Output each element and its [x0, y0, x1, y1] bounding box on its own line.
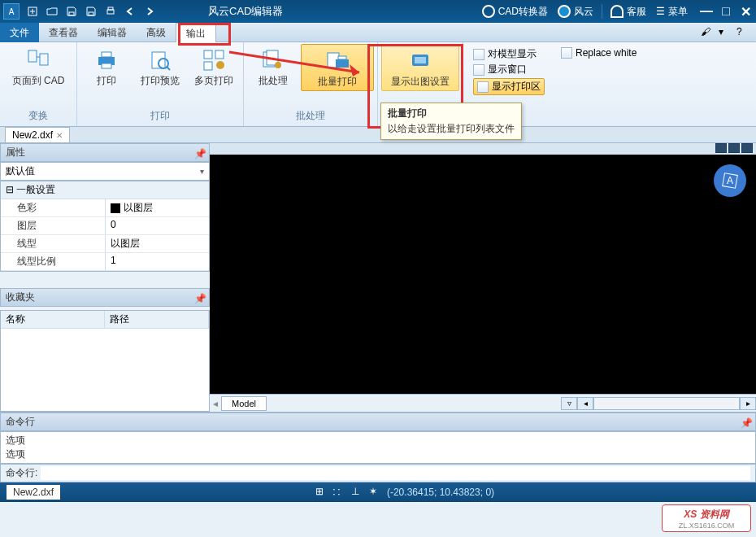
chevron-down-icon: ▾ — [200, 167, 204, 176]
table-row[interactable]: 线型比例1 — [1, 253, 209, 271]
properties-header: 属性 📌 — [0, 143, 210, 162]
favorites-area: 名称 路径 — [0, 310, 210, 412]
page-to-cad-button[interactable]: 页面到 CAD — [3, 44, 73, 90]
tab-viewer[interactable]: 查看器 — [39, 23, 88, 42]
help-icon[interactable]: ? — [736, 26, 749, 39]
command-header: 命令行 📌 — [0, 413, 756, 431]
canvas-min-button[interactable] — [715, 143, 727, 153]
canvas-max-button[interactable] — [728, 143, 740, 153]
tab-advanced[interactable]: 高级 — [137, 23, 176, 42]
print-button[interactable]: 打印 — [80, 44, 133, 90]
svg-rect-6 — [108, 7, 113, 10]
svg-rect-7 — [28, 50, 37, 62]
cad-converter-button[interactable]: CAD转换器 — [482, 5, 548, 19]
print-icon[interactable] — [103, 4, 118, 19]
status-polar-icon[interactable]: ✶ — [369, 486, 382, 499]
model-tab[interactable]: Model — [221, 396, 267, 411]
canvas-window-controls — [210, 143, 756, 155]
open-icon[interactable] — [45, 4, 59, 19]
ribbon-group-convert: 页面到 CAD 变换 — [0, 42, 77, 126]
status-file: New2.dxf — [7, 485, 60, 500]
pin-icon[interactable]: 📌 — [741, 417, 750, 427]
svg-line-14 — [167, 67, 170, 70]
drawing-canvas[interactable]: A — [210, 155, 756, 394]
table-row[interactable]: 图层0 — [1, 217, 209, 235]
batch-process-button[interactable]: 批处理 — [247, 44, 299, 90]
menu-button[interactable]: ☰菜单 — [656, 5, 688, 19]
batch-icon — [260, 47, 286, 73]
close-tab-icon[interactable]: ✕ — [56, 131, 63, 140]
svg-rect-17 — [204, 62, 212, 70]
svg-rect-10 — [102, 52, 111, 57]
save-icon[interactable] — [64, 4, 79, 19]
new-icon[interactable] — [25, 4, 40, 19]
tooltip: 批量打印 以给走设置批量打印列表文件 — [380, 103, 522, 140]
svg-rect-8 — [40, 54, 48, 65]
table-row[interactable]: 色彩以图层 — [1, 199, 209, 217]
tab-editor[interactable]: 编辑器 — [88, 23, 137, 42]
status-snap-icon[interactable]: ⸬ — [333, 486, 346, 499]
command-panel: 命令行 📌 选项 选项 命令行: — [0, 412, 756, 482]
pin-icon[interactable]: 📌 — [194, 293, 204, 303]
multipage-print-button[interactable]: 多页打印 — [188, 44, 240, 90]
scroll-left-button[interactable]: ◂ — [577, 397, 593, 410]
model-display-check[interactable]: 对模型显示 — [473, 47, 545, 61]
app-logo: A — [3, 3, 20, 20]
close-button[interactable]: ✕ — [738, 5, 753, 18]
default-combo[interactable]: 默认值 ▾ — [0, 162, 210, 181]
canvas-close-button[interactable] — [741, 143, 753, 153]
status-ortho-icon[interactable]: ⊥ — [351, 486, 364, 499]
print-preview-button[interactable]: 打印预览 — [134, 44, 186, 90]
svg-rect-3 — [69, 12, 74, 15]
status-grid-icon[interactable]: ⊞ — [315, 486, 328, 499]
dropdown-icon[interactable]: ▾ — [719, 26, 732, 39]
brush-icon[interactable]: 🖌 — [701, 26, 714, 39]
file-tab[interactable]: New2.dxf ✕ — [5, 127, 70, 142]
watermark: XS 资料网 ZL.XS1616.COM — [662, 504, 751, 532]
command-output: 选项 选项 — [0, 431, 756, 464]
printer-icon — [93, 47, 119, 73]
svg-rect-23 — [336, 59, 349, 68]
titlebar: A 风云CAD编辑器 CAD转换器 风云 客服 ☰菜单 — □ ✕ — [0, 0, 756, 23]
fengyun-button[interactable]: 风云 — [558, 5, 593, 19]
pin-icon[interactable]: 📌 — [194, 148, 204, 158]
undo-icon[interactable] — [123, 4, 137, 19]
batch-print-icon — [324, 48, 350, 74]
scroll-track[interactable] — [593, 397, 740, 410]
model-tab-bar: ◂ Model ▿ ◂ ▸ — [210, 394, 756, 412]
redo-icon[interactable] — [142, 4, 157, 19]
tab-output[interactable]: 输出 — [176, 23, 216, 42]
prop-section[interactable]: ⊟ 一般设置 — [1, 181, 209, 199]
batch-print-button[interactable]: 批量打印 — [301, 44, 374, 91]
replace-white-check[interactable]: Replace white — [561, 47, 637, 59]
table-row[interactable]: 线型以图层 — [1, 235, 209, 253]
command-input[interactable] — [41, 466, 750, 480]
page-to-cad-icon — [25, 47, 51, 73]
svg-rect-4 — [89, 12, 93, 15]
ribbon-group-batch: 批处理 批量打印 批处理 — [244, 42, 378, 126]
show-print-area-check[interactable]: 显示打印区 — [473, 78, 545, 95]
scroll-right-button[interactable]: ▸ — [740, 397, 756, 410]
svg-rect-24 — [338, 56, 346, 59]
multipage-icon — [201, 47, 227, 73]
preview-icon — [147, 47, 173, 73]
favorites-columns: 名称 路径 — [1, 311, 209, 329]
scroll-opts-icon[interactable]: ▿ — [561, 397, 577, 410]
saveas-icon[interactable] — [84, 4, 98, 19]
maximize-button[interactable]: □ — [719, 5, 733, 18]
minimize-button[interactable]: — — [699, 5, 714, 18]
view-compass-icon[interactable]: A — [714, 164, 746, 197]
plot-settings-icon — [407, 48, 433, 74]
show-window-check[interactable]: 显示窗口 — [473, 63, 545, 76]
plot-settings-button[interactable]: 显示出图设置 — [381, 44, 459, 91]
app-title: 风云CAD编辑器 — [159, 4, 477, 19]
menu-tabs: 文件 查看器 编辑器 高级 输出 🖌 ▾ ? — [0, 23, 756, 42]
ribbon-group-print: 打印 打印预览 多页打印 打印 — [77, 42, 244, 126]
support-button[interactable]: 客服 — [610, 5, 646, 19]
svg-text:A: A — [727, 175, 733, 186]
canvas-area: A ◂ Model ▿ ◂ ▸ — [210, 143, 756, 412]
svg-point-21 — [275, 62, 281, 68]
h-scrollbar[interactable]: ▿ ◂ ▸ — [561, 397, 756, 410]
tab-file[interactable]: 文件 — [0, 23, 39, 42]
svg-rect-16 — [215, 50, 224, 59]
